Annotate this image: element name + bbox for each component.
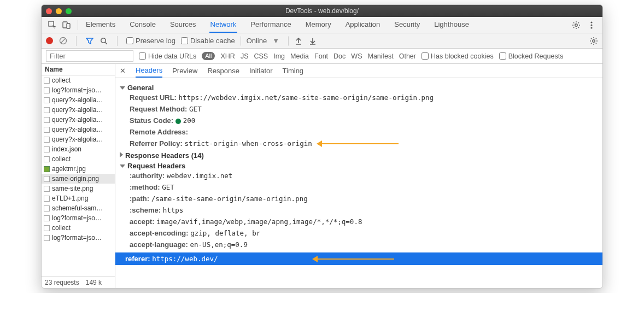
request-row[interactable]: collect <box>42 154 115 164</box>
tab-console[interactable]: Console <box>128 17 157 33</box>
details-tab-headers[interactable]: Headers <box>136 64 162 78</box>
requests-list: collectlog?format=jso…query?x-algolia…qu… <box>42 75 115 277</box>
filter-font[interactable]: Font <box>314 52 328 60</box>
tab-lighthouse[interactable]: Lighthouse <box>433 17 470 33</box>
request-headers-section-toggle[interactable]: Request Headers <box>120 162 598 170</box>
filter-all-pill[interactable]: All <box>202 52 215 60</box>
devtools-tabs-row: Elements Console Sources Network Perform… <box>42 17 602 33</box>
file-icon <box>44 205 50 211</box>
inspect-element-icon[interactable] <box>48 21 57 30</box>
request-row[interactable]: query?x-algolia… <box>42 115 115 125</box>
row-request-url: Request URL: https://webdev.imgix.net/sa… <box>120 92 598 103</box>
request-row[interactable]: schemeful-sam… <box>42 203 115 213</box>
request-row[interactable]: same-site.png <box>42 184 115 193</box>
preserve-log-checkbox[interactable]: Preserve log <box>126 37 175 45</box>
request-row[interactable]: collect <box>42 223 115 233</box>
upload-icon[interactable] <box>294 37 303 45</box>
disable-cache-checkbox[interactable]: Disable cache <box>181 37 235 45</box>
response-headers-section-toggle[interactable]: Response Headers (14) <box>120 151 598 160</box>
request-row-label: log?format=jso… <box>52 214 102 222</box>
download-icon[interactable] <box>308 37 317 45</box>
request-row-label: agektmr.jpg <box>52 165 86 173</box>
request-row-label: collect <box>52 77 71 84</box>
search-icon[interactable] <box>99 37 108 45</box>
tab-network[interactable]: Network <box>209 17 238 33</box>
filter-other[interactable]: Other <box>399 52 416 60</box>
sidebar-header-name[interactable]: Name <box>42 64 115 75</box>
request-row-label: log?format=jso… <box>52 86 102 94</box>
request-row[interactable]: index.json <box>42 144 115 154</box>
file-icon <box>44 215 50 221</box>
request-row-label: query?x-algolia… <box>52 126 103 133</box>
close-details-button[interactable]: ✕ <box>120 67 126 75</box>
chevron-down-icon: ▼ <box>272 36 279 46</box>
filter-css[interactable]: CSS <box>254 52 268 60</box>
tab-application[interactable]: Application <box>344 17 382 33</box>
sidebar-footer: 23 requests 149 k <box>42 277 115 288</box>
minimize-window-button[interactable] <box>56 8 62 14</box>
record-button[interactable] <box>46 37 53 44</box>
details-tab-response[interactable]: Response <box>207 64 239 77</box>
request-row[interactable]: eTLD+1.png <box>42 193 115 203</box>
details-tab-preview[interactable]: Preview <box>172 64 197 77</box>
clear-icon[interactable] <box>58 37 67 45</box>
row-path: :path: /same-site-same-origin/same-origi… <box>120 193 598 204</box>
request-row[interactable]: collect <box>42 75 115 85</box>
close-window-button[interactable] <box>46 8 52 14</box>
tab-security[interactable]: Security <box>393 17 421 33</box>
request-row[interactable]: query?x-algolia… <box>42 105 115 115</box>
window-title: DevTools - web.dev/blog/ <box>42 7 602 15</box>
file-icon <box>44 156 50 162</box>
filter-img[interactable]: Img <box>273 52 285 60</box>
filter-input[interactable] <box>46 50 133 62</box>
request-row[interactable]: query?x-algolia… <box>42 134 115 144</box>
request-row-label: log?format=jso… <box>52 234 102 242</box>
filter-doc[interactable]: Doc <box>333 52 346 60</box>
throttling-select[interactable]: Online ▼ <box>241 36 289 46</box>
request-row[interactable]: agektmr.jpg <box>42 164 115 174</box>
settings-gear-icon[interactable] <box>572 21 581 30</box>
tab-memory[interactable]: Memory <box>305 17 332 33</box>
request-row[interactable]: query?x-algolia… <box>42 95 115 105</box>
network-settings-gear-icon[interactable] <box>589 37 598 45</box>
request-row[interactable]: log?format=jso… <box>42 213 115 223</box>
kebab-menu-icon[interactable] <box>587 21 596 30</box>
file-icon <box>44 78 50 84</box>
tab-performance[interactable]: Performance <box>249 17 292 33</box>
row-accept-language: accept-language: en-US,en;q=0.9 <box>120 239 598 250</box>
filter-xhr[interactable]: XHR <box>220 52 235 60</box>
hide-data-urls-checkbox[interactable]: Hide data URLs <box>139 52 196 60</box>
tab-elements[interactable]: Elements <box>85 17 116 33</box>
request-row-label: eTLD+1.png <box>52 195 88 202</box>
devtools-tabs: Elements Console Sources Network Perform… <box>81 17 470 33</box>
filter-manifest[interactable]: Manifest <box>367 52 393 60</box>
request-row[interactable]: query?x-algolia… <box>42 125 115 134</box>
filter-funnel-icon[interactable] <box>85 37 94 45</box>
svg-point-6 <box>590 27 592 28</box>
file-icon <box>44 127 50 133</box>
filter-ws[interactable]: WS <box>351 52 362 60</box>
maximize-window-button[interactable] <box>66 8 72 14</box>
request-row[interactable]: same-origin.png <box>42 174 115 184</box>
filter-js[interactable]: JS <box>241 52 249 60</box>
file-icon <box>44 87 50 93</box>
general-section-toggle[interactable]: General <box>120 84 598 92</box>
filter-media[interactable]: Media <box>290 52 309 60</box>
file-icon <box>44 137 50 143</box>
details-tab-timing[interactable]: Timing <box>283 64 304 77</box>
row-accept: accept: image/avif,image/webp,image/apng… <box>120 216 598 227</box>
has-blocked-cookies-checkbox[interactable]: Has blocked cookies <box>421 52 494 60</box>
request-row-label: schemeful-sam… <box>52 204 103 212</box>
tab-sources[interactable]: Sources <box>169 17 197 33</box>
window-titlebar: DevTools - web.dev/blog/ <box>42 5 602 17</box>
details-tab-initiator[interactable]: Initiator <box>249 64 273 77</box>
request-row[interactable]: log?format=jso… <box>42 233 115 243</box>
request-row-label: index.json <box>52 145 81 153</box>
request-row[interactable]: log?format=jso… <box>42 85 115 95</box>
svg-point-5 <box>590 24 592 26</box>
requests-sidebar: Name collectlog?format=jso…query?x-algol… <box>42 64 115 288</box>
annotation-arrow-icon <box>322 143 399 144</box>
blocked-requests-checkbox[interactable]: Blocked Requests <box>499 52 564 60</box>
network-filter-bar: Hide data URLs All XHR JS CSS Img Media … <box>42 49 602 64</box>
device-toolbar-icon[interactable] <box>62 21 71 30</box>
